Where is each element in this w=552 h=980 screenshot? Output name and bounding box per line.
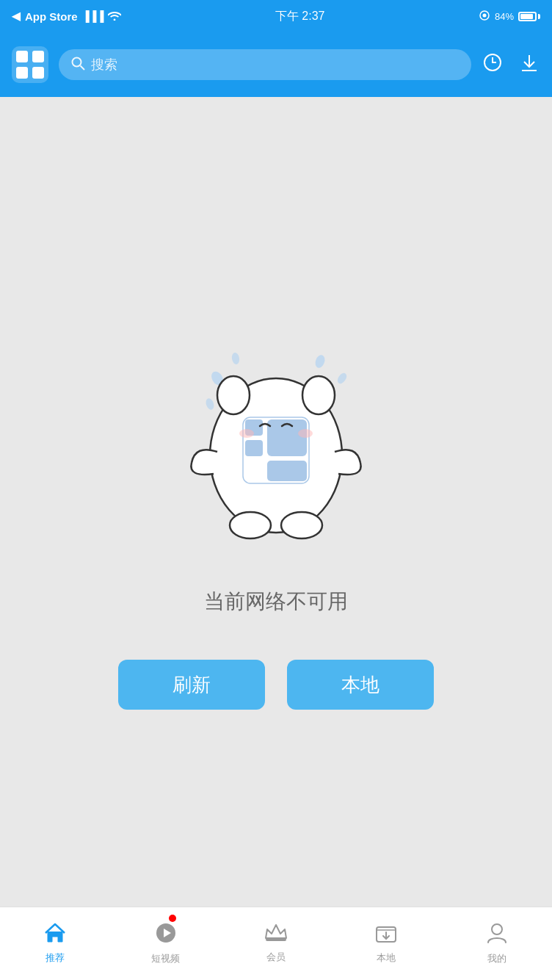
local-button[interactable]: 本地 <box>287 660 434 710</box>
nav-label-short-video: 短视频 <box>151 952 180 965</box>
nav-item-short-video[interactable]: 短视频 <box>110 907 220 980</box>
header-bar: 搜索 <box>0 32 552 97</box>
svg-point-29 <box>298 429 313 438</box>
svg-point-19 <box>217 376 250 414</box>
battery-icon <box>518 12 540 21</box>
search-bar[interactable]: 搜索 <box>59 49 471 80</box>
error-message: 当前网络不可用 <box>204 588 348 616</box>
refresh-button[interactable]: 刷新 <box>118 660 265 710</box>
home-icon <box>44 923 66 948</box>
svg-point-22 <box>281 512 322 538</box>
bottom-nav: 推荐 短视频 会员 本地 <box>0 907 552 980</box>
svg-point-14 <box>313 353 326 369</box>
svg-point-1 <box>482 13 486 17</box>
search-placeholder-text: 搜索 <box>91 56 117 73</box>
svg-rect-4 <box>32 51 44 62</box>
svg-rect-26 <box>245 440 263 456</box>
header-right-icons <box>482 51 540 79</box>
svg-point-20 <box>302 376 335 414</box>
svg-rect-6 <box>32 67 44 79</box>
folder-download-icon <box>375 923 397 948</box>
play-icon <box>155 922 177 949</box>
svg-point-28 <box>239 429 254 438</box>
nav-item-local[interactable]: 本地 <box>331 907 441 980</box>
short-video-badge <box>169 915 176 922</box>
search-icon <box>70 56 85 73</box>
battery-percent: 84% <box>495 11 514 22</box>
download-button[interactable] <box>518 51 540 79</box>
svg-rect-27 <box>267 461 307 481</box>
nav-item-mine[interactable]: 我的 <box>442 907 552 980</box>
svg-point-13 <box>231 352 241 364</box>
profile-icon <box>487 922 507 949</box>
svg-point-7 <box>73 58 81 67</box>
svg-rect-3 <box>16 51 28 62</box>
svg-point-17 <box>205 397 216 411</box>
carrier-label: App Store <box>25 10 78 23</box>
action-buttons: 刷新 本地 <box>118 660 434 710</box>
crown-icon <box>264 923 288 948</box>
nav-label-vip: 会员 <box>266 951 286 964</box>
svg-rect-25 <box>267 419 307 456</box>
app-logo[interactable] <box>12 46 48 83</box>
svg-rect-5 <box>16 67 28 79</box>
status-time: 下午 2:37 <box>275 9 325 24</box>
svg-point-21 <box>230 512 271 538</box>
status-right: 84% <box>479 10 540 24</box>
nav-label-local: 本地 <box>377 951 396 965</box>
svg-point-15 <box>335 372 348 386</box>
nav-label-recommend: 推荐 <box>46 951 65 965</box>
nav-item-vip[interactable]: 会员 <box>221 907 331 980</box>
svg-point-34 <box>492 924 502 934</box>
main-content: 当前网络不可用 刷新 本地 <box>0 97 552 907</box>
location-icon <box>479 10 490 24</box>
svg-line-8 <box>81 66 85 71</box>
nav-label-mine: 我的 <box>487 952 506 965</box>
history-button[interactable] <box>482 51 504 79</box>
back-arrow: ◀ <box>12 10 21 23</box>
status-bar: ◀ App Store ▐▐▐ 下午 2:37 84% <box>0 0 552 32</box>
status-left: ◀ App Store ▐▐▐ <box>12 10 121 23</box>
mascot-illustration <box>166 294 386 573</box>
wifi-icon <box>108 10 121 23</box>
signal-bars-icon: ▐▐▐ <box>82 10 104 22</box>
nav-item-recommend[interactable]: 推荐 <box>0 907 110 980</box>
svg-rect-32 <box>266 938 286 941</box>
